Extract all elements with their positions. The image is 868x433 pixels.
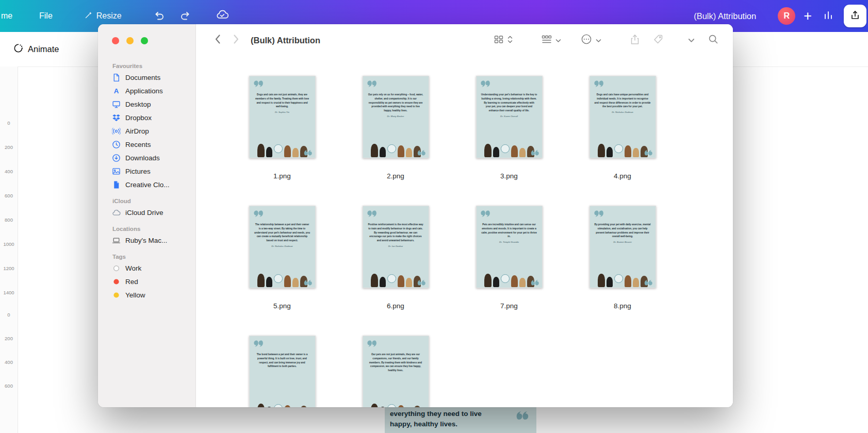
file-name-label[interactable]: 5.png (273, 302, 291, 310)
dog-photo (266, 277, 272, 287)
more-options-icon (581, 34, 592, 47)
dog-photo (484, 144, 492, 157)
closing-quote-icon (300, 406, 313, 407)
file-thumbnail[interactable]: Understanding your pet's behaviour is th… (476, 76, 543, 158)
sidebar-item-work[interactable]: Work (98, 261, 195, 275)
dog-photo (493, 147, 499, 157)
animate-button[interactable]: Animate (13, 43, 59, 55)
file-menu-item[interactable]: File (39, 11, 53, 21)
sidebar-item-red[interactable]: Red (98, 275, 195, 288)
finder-window: FavouritesDocumentsAApplicationsDesktopD… (98, 24, 733, 407)
file-thumbnail[interactable]: By providing your pet with daily exercis… (589, 206, 656, 288)
ruler-number: 0 (0, 312, 18, 318)
finder-main: (Bulk) Attribution (196, 24, 733, 407)
closing-quote-icon (641, 146, 653, 156)
redo-button[interactable] (179, 10, 191, 22)
view-mode-button[interactable] (494, 35, 513, 46)
logo-badge (274, 144, 283, 153)
share-button[interactable] (844, 5, 866, 27)
file-item[interactable]: Dogs and cats are not just animals, they… (225, 76, 339, 180)
finder-toolbar-icons (494, 34, 722, 47)
sidebar-item-ruby-s-mac[interactable]: Ruby's Mac... (98, 234, 195, 247)
sidebar-item-icloud-drive[interactable]: iCloud Drive (98, 206, 195, 219)
file-name-label[interactable]: 2.png (387, 172, 404, 180)
file-thumbnail[interactable]: Dogs and cats are not just animals, they… (249, 76, 316, 158)
file-item[interactable]: Pets are incredibly intuitive and can se… (452, 206, 566, 310)
file-thumbnail[interactable]: The relationship between a pet and their… (249, 206, 316, 288)
red-tag-icon (112, 277, 121, 286)
cat-photo (625, 275, 631, 287)
cloud-save-status[interactable] (216, 10, 229, 22)
file-thumbnail[interactable]: Our pets are not just animals, they are … (363, 336, 429, 407)
close-window-button[interactable] (112, 37, 119, 44)
quote-attribution: Dr. Marty Becker (368, 115, 424, 118)
file-thumbnail[interactable]: The bond between a pet and their owner i… (249, 336, 316, 407)
add-button[interactable]: + (804, 9, 812, 23)
dog-photo (406, 148, 412, 157)
more-options-button[interactable] (581, 34, 601, 47)
dog-photo (371, 144, 378, 157)
recents-icon (112, 140, 121, 149)
group-by-button[interactable] (542, 35, 561, 46)
sidebar-item-airdrop[interactable]: AirDrop (98, 124, 195, 138)
sidebar-item-desktop[interactable]: Desktop (98, 97, 195, 111)
share-file-button[interactable] (630, 34, 640, 47)
file-item[interactable]: The relationship between a pet and their… (225, 206, 339, 310)
resize-button[interactable]: Resize (85, 11, 122, 21)
file-item[interactable]: Our pets rely on us for everything – foo… (339, 76, 452, 180)
file-name-label[interactable]: 1.png (273, 172, 291, 180)
zoom-window-button[interactable] (141, 37, 148, 44)
undo-button[interactable] (154, 10, 165, 22)
sidebar-item-applications[interactable]: AApplications (98, 84, 195, 97)
quote-body: Dogs and cats have unique personalities … (595, 93, 651, 113)
quote-body: The bond between a pet and their owner i… (254, 353, 310, 371)
file-name-label[interactable]: 8.png (614, 302, 631, 310)
file-item[interactable]: Dogs and cats have unique personalities … (566, 76, 679, 180)
opening-quote-icon (367, 210, 381, 221)
document-title[interactable]: (Bulk) Attribution (694, 11, 756, 21)
canvas-design-snippet[interactable]: everything they need to live happy, heal… (385, 406, 536, 433)
sidebar-item-pictures[interactable]: Pictures (98, 164, 195, 178)
sidebar-item-yellow[interactable]: Yellow (98, 288, 195, 302)
quote-text: Dogs and cats have unique personalities … (595, 93, 651, 109)
actions-chevron-button[interactable] (688, 36, 695, 45)
file-item[interactable]: Our pets are not just animals, they are … (339, 336, 452, 407)
tag-button[interactable] (653, 34, 663, 46)
file-name-label[interactable]: 3.png (500, 172, 518, 180)
opening-quote-icon (594, 210, 608, 221)
back-button[interactable] (215, 34, 221, 46)
finder-sidebar: FavouritesDocumentsAApplicationsDesktopD… (98, 24, 196, 407)
dog-photo (257, 144, 265, 157)
minimize-window-button[interactable] (126, 37, 134, 44)
canvas-ruler: 02004006008001000120014000200400600 (0, 66, 18, 433)
sidebar-item-downloads[interactable]: Downloads (98, 151, 195, 164)
file-thumbnail[interactable]: Dogs and cats have unique personalities … (589, 76, 656, 158)
file-thumbnail[interactable]: Positive reinforcement is the most effec… (363, 206, 429, 288)
insights-button[interactable] (823, 10, 833, 22)
file-name-label[interactable]: 6.png (387, 302, 404, 310)
sidebar-item-recents[interactable]: Recents (98, 138, 195, 151)
dog-photo (380, 407, 386, 407)
sidebar-item-creative-clo[interactable]: Creative Clo... (98, 178, 195, 191)
sidebar-item-dropbox[interactable]: Dropbox (98, 111, 195, 124)
file-thumbnail[interactable]: Our pets rely on us for everything – foo… (363, 76, 429, 158)
cat-photo (284, 145, 291, 157)
sidebar-item-documents[interactable]: Documents (98, 71, 195, 84)
chevron-down-icon (688, 36, 695, 45)
quote-text: The relationship between a pet and their… (254, 223, 310, 243)
file-item[interactable]: By providing your pet with daily exercis… (566, 206, 679, 310)
dropbox-icon (112, 113, 121, 122)
file-item[interactable]: Understanding your pet's behaviour is th… (452, 76, 566, 180)
file-item[interactable]: Positive reinforcement is the most effec… (339, 206, 452, 310)
file-name-label[interactable]: 4.png (614, 172, 631, 180)
file-name-label[interactable]: 7.png (500, 302, 518, 310)
dog-photo (257, 404, 265, 407)
avatar[interactable]: R (778, 7, 795, 25)
file-thumbnail[interactable]: Pets are incredibly intuitive and can se… (476, 206, 543, 288)
cat-photo (284, 275, 291, 287)
home-menu-item[interactable]: me (1, 11, 17, 21)
forward-button[interactable] (233, 34, 239, 46)
file-item[interactable]: The bond between a pet and their owner i… (225, 336, 339, 407)
logo-badge (501, 274, 510, 283)
search-button[interactable] (708, 34, 718, 46)
